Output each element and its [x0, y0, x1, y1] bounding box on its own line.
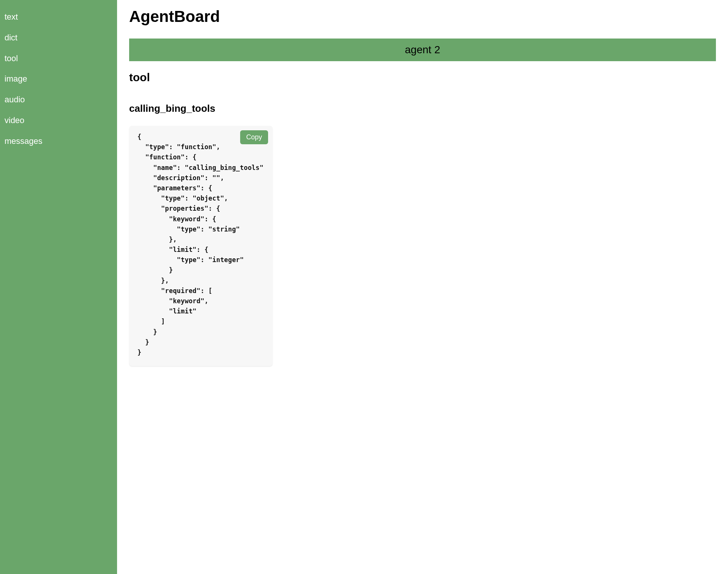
agent-bar: agent 2 [129, 39, 716, 61]
sidebar-item-tool[interactable]: tool [5, 48, 113, 69]
sidebar-item-text[interactable]: text [5, 7, 113, 28]
code-block: Copy { "type": "function", "function": {… [129, 126, 273, 366]
sidebar-item-video[interactable]: video [5, 110, 113, 131]
sidebar-item-messages[interactable]: messages [5, 131, 113, 152]
sidebar-item-audio[interactable]: audio [5, 89, 113, 110]
sidebar: text dict tool image audio video message… [0, 0, 117, 574]
section-title: tool [129, 71, 716, 84]
sidebar-item-image[interactable]: image [5, 69, 113, 89]
sidebar-item-dict[interactable]: dict [5, 28, 113, 48]
section-subtitle: calling_bing_tools [129, 103, 716, 114]
page-title: AgentBoard [129, 8, 716, 26]
main-content: AgentBoard agent 2 tool calling_bing_too… [117, 0, 728, 574]
copy-button[interactable]: Copy [240, 130, 268, 144]
code-content: { "type": "function", "function": { "nam… [137, 132, 264, 358]
